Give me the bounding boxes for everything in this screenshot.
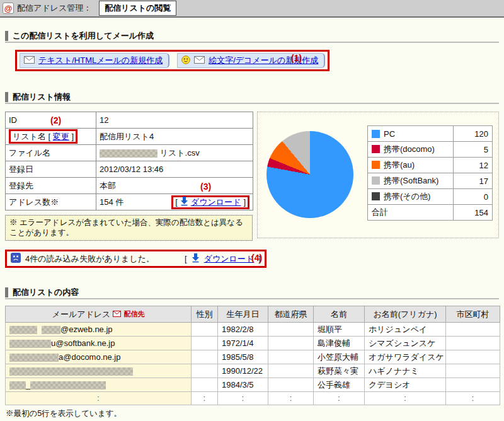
legend-value-cell: 5 (454, 142, 493, 158)
smiley-icon (181, 55, 190, 66)
more-cell: : (218, 392, 268, 405)
info-row-file-name: ファイル名 リスト.csv (6, 145, 253, 161)
bracket-open: [ (49, 132, 51, 141)
bracket-close: ] (71, 132, 74, 141)
prefecture-cell (268, 378, 314, 392)
section-bar (5, 31, 8, 41)
email-visible-text: a@docomo.ne.jp (59, 352, 120, 362)
new-deco-mail-button[interactable]: 絵文字/デコメールの新規作成 (177, 53, 325, 68)
download-icon (180, 196, 188, 208)
more-rows-indicator-row: ::::::: (6, 392, 500, 405)
annotation-2: (2) (50, 115, 61, 125)
legend-label-cell: 携帯(その他) (368, 189, 454, 205)
file-name-suffix: リスト.csv (160, 148, 200, 158)
city-cell (446, 337, 500, 350)
more-cell: : (6, 392, 192, 405)
legend-label-cell: 携帯(docomo) (368, 142, 454, 158)
prefecture-cell (268, 364, 314, 378)
gender-cell (192, 378, 218, 392)
email-cell: _ (6, 378, 192, 392)
info-row-address-count: アドレス数※ 154 件 [ ダウンロード ] (6, 194, 253, 211)
info-value-id: 12 (96, 112, 253, 129)
info-row-reg-dest: 登録先 本部 (6, 178, 253, 194)
col-header-kana: お名前(フリガナ) (365, 306, 446, 323)
section-list-content: 配信リストの内容 (5, 287, 499, 299)
name-cell: 島津俊輔 (314, 337, 365, 350)
change-list-name-link[interactable]: 変更 (53, 132, 69, 141)
section-create-mail: この配信リストを利用してメール作成 (5, 30, 499, 43)
masked-email-segment (9, 381, 26, 389)
gender-cell (192, 337, 218, 350)
envelope-icon (194, 56, 205, 66)
prefecture-cell (268, 337, 314, 350)
kana-cell: シマズシュンスケ (365, 337, 446, 350)
birthday-cell: 1984/3/5 (218, 378, 268, 392)
more-cell: : (268, 392, 314, 405)
delivery-label: 配信先 (123, 309, 144, 319)
contact-row: a@docomo.ne.jp1985/5/8小笠原大輔オガサワラダイスケ (6, 350, 500, 364)
legend-label-cell: 携帯(au) (368, 158, 454, 173)
info-row-id: ID 12 (6, 112, 253, 129)
birthday-cell: 1982/2/8 (218, 323, 268, 337)
more-cell: : (446, 392, 500, 405)
annotation-box-download: [ ダウンロード ] (171, 195, 249, 209)
section-title: この配信リストを利用してメール作成 (13, 30, 154, 42)
info-label-reg-dest: 登録先 (6, 178, 96, 194)
email-visible-text: u@softbank.ne.jp (51, 338, 115, 348)
pie-chart (266, 131, 353, 218)
info-row-list-name: リスト名 [ 変更 ] 配信用リスト4 (6, 129, 253, 145)
bracket-open: [ (175, 197, 178, 207)
legend-row: 携帯(SoftBank)17 (368, 173, 493, 189)
more-cell: : (192, 392, 218, 405)
annotation-box-list-name: リスト名 [ 変更 ] (9, 129, 77, 144)
section-list-info: 配信リスト情報 (5, 91, 499, 104)
at-icon: @ (3, 3, 14, 14)
download-failed-list-link[interactable]: ダウンロード (204, 253, 255, 265)
city-cell (446, 323, 500, 337)
birthday-cell: 1972/1/4 (218, 337, 268, 350)
new-text-html-mail-button[interactable]: テキスト/HTMLメールの新規作成 (20, 53, 169, 68)
pie-legend-table: PC120携帯(docomo)5携帯(au)12携帯(SoftBank)17携帯… (367, 125, 493, 221)
contacts-header-row: メールアドレス 配信先 性別 生年月日 都道府県 名前 お名前(フリガナ) 市区… (6, 306, 500, 323)
contact-row: @ezweb.ne.jp1982/2/8堀順平ホリジュンペイ (6, 323, 500, 337)
new-deco-mail-link[interactable]: 絵文字/デコメールの新規作成 (209, 55, 318, 66)
legend-value-cell: 17 (454, 173, 493, 189)
legend-swatch (372, 145, 380, 153)
new-text-html-mail-link[interactable]: テキスト/HTMLメールの新規作成 (38, 55, 163, 66)
masked-file-name (100, 149, 158, 158)
legend-swatch (372, 130, 380, 138)
legend-label-cell: 携帯(SoftBank) (368, 173, 454, 189)
bracket-close: ] (243, 197, 246, 207)
email-cell: u@softbank.ne.jp (6, 337, 192, 350)
download-address-list-link[interactable]: ダウンロード (191, 197, 241, 208)
page-title: 配信リストの閲覧 (99, 1, 176, 16)
bracket-open: [ (185, 254, 187, 263)
name-cell: 萩野菜々実 (314, 364, 365, 378)
info-value-reg-dest: 本部 (96, 178, 253, 194)
legend-value-cell: 120 (454, 126, 493, 142)
legend-value-cell: 12 (454, 158, 493, 173)
contacts-table: メールアドレス 配信先 性別 生年月日 都道府県 名前 お名前(フリガナ) 市区… (5, 306, 500, 405)
prefecture-cell (268, 323, 314, 337)
read-failure-row: 4件の読み込み失敗がありました。 [ ダウンロード ] (5, 250, 266, 268)
contact-row: 1990/12/22萩野菜々実ハギノナナミ (6, 364, 500, 378)
legend-row: 携帯(docomo)5 (368, 142, 493, 158)
error-address-note: ※ エラーアドレスが含まれていた場合、実際の配信数とは異なることがあります。 (5, 215, 253, 241)
masked-email-segment (30, 381, 106, 389)
titlebar: @ 配信アドレス管理： 配信リストの閲覧 (0, 0, 504, 18)
info-label-file-name: ファイル名 (6, 145, 96, 161)
masked-email-segment (9, 340, 51, 348)
info-label-list-name: リスト名 [ 変更 ] (6, 129, 96, 145)
envelope-icon (24, 56, 35, 66)
col-header-email: メールアドレス 配信先 (6, 306, 192, 323)
col-header-gender: 性別 (192, 306, 218, 323)
col-header-city: 市区町村 (446, 306, 500, 323)
contact-row: u@softbank.ne.jp1972/1/4島津俊輔シマズシュンスケ (6, 337, 500, 350)
legend-row: 携帯(au)12 (368, 158, 493, 173)
info-label-address-count: アドレス数※ (6, 194, 96, 211)
section-bar (5, 92, 8, 102)
create-mail-button-group: テキスト/HTMLメールの新規作成 絵文字/デコメールの新規作成 (15, 50, 329, 71)
info-label-reg-date: 登録日 (6, 161, 96, 178)
col-header-name: 名前 (314, 306, 365, 323)
name-cell: 小笠原大輔 (314, 350, 365, 364)
